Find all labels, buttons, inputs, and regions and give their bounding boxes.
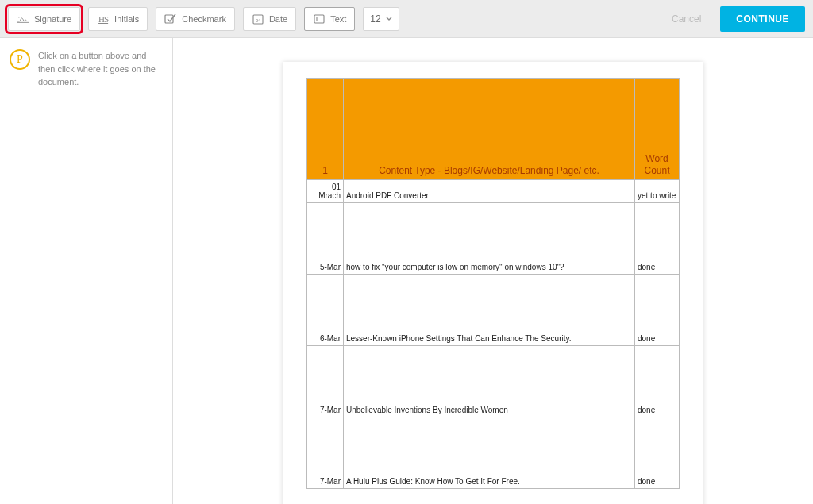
row-content: how to fix "your computer is low on memo…	[344, 203, 635, 275]
row-content: Unbelievable Inventions By Incredible Wo…	[344, 346, 635, 417]
date-button[interactable]: 24 Date	[243, 7, 296, 31]
row-date: 6-Mar	[307, 275, 344, 346]
table-header-col3: Word Count	[635, 79, 680, 180]
document-viewport[interactable]: 1 Content Type - Blogs/IG/Website/Landin…	[173, 38, 813, 504]
hint-text: Click on a button above and then click w…	[38, 49, 163, 493]
continue-button[interactable]: CONTINUE	[720, 6, 805, 32]
table-header-col1: 1	[307, 79, 344, 180]
row-content: A Hulu Plus Guide: Know How To Get It Fo…	[344, 417, 635, 489]
row-date: 5-Mar	[307, 203, 344, 275]
signature-button[interactable]: Signature	[8, 7, 80, 31]
body-area: P Click on a button above and then click…	[0, 38, 813, 504]
checkmark-button[interactable]: Checkmark	[156, 7, 235, 31]
sidebar: P Click on a button above and then click…	[0, 38, 173, 504]
row-status: done	[635, 417, 680, 489]
checkmark-label: Checkmark	[182, 14, 226, 24]
fontsize-value: 12	[370, 13, 380, 25]
svg-rect-4	[314, 15, 324, 23]
toolbar: Signature HS Initials Checkmark 24 Date …	[0, 0, 813, 38]
text-icon	[313, 13, 326, 25]
table-row: 7-MarA Hulu Plus Guide: Know How To Get …	[307, 417, 680, 489]
fontsize-dropdown[interactable]: 12	[363, 7, 399, 31]
initials-label: Initials	[114, 14, 139, 24]
table-row: 5-Marhow to fix "your computer is low on…	[307, 203, 680, 275]
table-row: 7-MarUnbelievable Inventions By Incredib…	[307, 346, 680, 417]
row-status: done	[635, 346, 680, 417]
text-button[interactable]: Text	[304, 7, 355, 31]
row-status: done	[635, 203, 680, 275]
svg-text:24: 24	[256, 17, 261, 22]
signature-label: Signature	[34, 14, 71, 24]
content-table: 1 Content Type - Blogs/IG/Website/Landin…	[306, 78, 680, 489]
table-row: 6-MarLesser-Known iPhone Settings That C…	[307, 275, 680, 346]
hint-badge: P	[10, 49, 30, 70]
row-content: Lesser-Known iPhone Settings That Can En…	[344, 275, 635, 346]
document-page[interactable]: 1 Content Type - Blogs/IG/Website/Landin…	[283, 62, 703, 504]
row-content: Android PDF Converter	[344, 180, 635, 203]
row-date: 7-Mar	[307, 346, 344, 417]
row-status: done	[635, 275, 680, 346]
date-icon: 24	[252, 13, 264, 25]
table-header-col2: Content Type - Blogs/IG/Website/Landing …	[344, 79, 635, 180]
initials-icon: HS	[97, 13, 110, 25]
checkmark-icon	[164, 13, 177, 25]
date-label: Date	[269, 14, 287, 24]
chevron-down-icon	[386, 17, 392, 21]
signature-icon	[17, 13, 29, 25]
row-date: 01 Mrach	[307, 180, 344, 203]
table-row: 01 MrachAndroid PDF Converteryet to writ…	[307, 180, 680, 203]
row-status: yet to write	[635, 180, 680, 203]
initials-button[interactable]: HS Initials	[88, 7, 148, 31]
cancel-button[interactable]: Cancel	[672, 13, 701, 25]
text-label: Text	[330, 14, 346, 24]
row-date: 7-Mar	[307, 417, 344, 489]
